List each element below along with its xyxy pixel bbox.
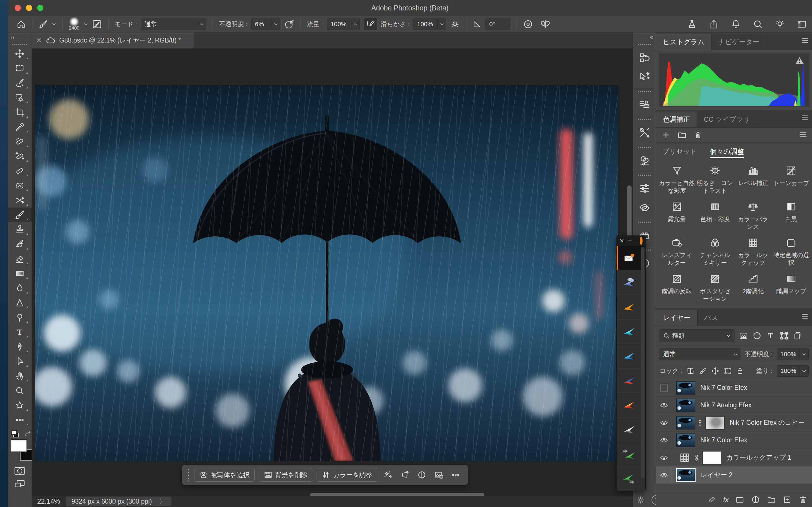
- tool-spot-healing-brush[interactable]: [8, 134, 32, 149]
- panel-menu-icon[interactable]: [802, 314, 808, 319]
- tab-histogram[interactable]: ヒストグラム: [656, 34, 711, 50]
- layer-row[interactable]: Nik 7 Color Efex のコピー: [656, 414, 812, 432]
- new-layer-icon[interactable]: [783, 495, 792, 504]
- delete-layer-icon[interactable]: [799, 495, 808, 504]
- brush-angle-input[interactable]: 0°: [486, 18, 510, 30]
- new-group-icon[interactable]: [767, 495, 776, 504]
- list-view-icon[interactable]: [800, 132, 806, 137]
- tool-content-aware-move[interactable]: [8, 193, 32, 208]
- opacity-input[interactable]: 6%: [251, 18, 280, 30]
- workspace-icon[interactable]: [797, 19, 807, 29]
- adj-color-vibrance[interactable]: カラーと自然な彩度: [658, 161, 696, 197]
- layer-name[interactable]: Nik 7 Color Efex: [700, 384, 747, 392]
- tab-cc-libraries[interactable]: CC ライブラリ: [697, 112, 757, 127]
- gear-icon[interactable]: [450, 19, 460, 29]
- layer-blend-mode-select[interactable]: 通常: [659, 348, 741, 360]
- layer-row[interactable]: カラールックアップ 1: [656, 449, 812, 466]
- lock-transparency-icon[interactable]: [687, 367, 695, 375]
- tab-navigator[interactable]: ナビゲーター: [711, 34, 766, 50]
- flow-dropdown-button[interactable]: [351, 19, 360, 30]
- tool-hand[interactable]: [8, 369, 32, 383]
- layer-style-icon[interactable]: fx: [723, 496, 728, 504]
- tool-edit-toolbar[interactable]: [8, 413, 32, 427]
- close-icon[interactable]: ✕: [619, 238, 624, 244]
- home-icon[interactable]: [16, 19, 26, 29]
- panel-group-grip[interactable]: [638, 43, 652, 46]
- minimize-icon[interactable]: −: [628, 238, 632, 244]
- clone-source-panel-button[interactable]: [637, 98, 653, 112]
- adj-color-lookup[interactable]: カラールックアップ: [734, 233, 772, 269]
- beaker-icon[interactable]: [687, 19, 697, 29]
- layer-thumbnail[interactable]: [676, 468, 696, 482]
- tab-adjustments[interactable]: 色調補正: [656, 112, 697, 127]
- adj-hue-saturation[interactable]: 色相・彩度: [696, 197, 734, 233]
- brush-preset-picker[interactable]: 2400: [69, 17, 80, 31]
- adj-selective-color[interactable]: 特定色域の選択: [772, 233, 810, 269]
- tool-selection-brush[interactable]: [8, 76, 32, 91]
- collapse-toolbar-button[interactable]: »: [8, 33, 32, 41]
- tools-panel-button[interactable]: [637, 125, 653, 140]
- visibility-toggle[interactable]: [656, 397, 672, 414]
- tool-remove[interactable]: [8, 149, 32, 164]
- tool-eyedropper[interactable]: [8, 120, 32, 134]
- lock-pixels-icon[interactable]: [699, 367, 707, 375]
- nik-palette-header[interactable]: ✕ −: [617, 236, 645, 246]
- select-subject-button[interactable]: 被写体を選択: [195, 468, 255, 482]
- adj-invert[interactable]: 階調の反転: [658, 269, 696, 305]
- panel-group-grip[interactable]: [638, 174, 652, 177]
- layer-opacity-dropdown[interactable]: [800, 349, 808, 360]
- document-tab[interactable]: ✕ G88.psdc @ 22.1% (レイヤー 2, RGB/8) *: [32, 33, 194, 48]
- layer-opacity-input[interactable]: 100%: [777, 348, 809, 360]
- tool-dodge[interactable]: [8, 310, 32, 325]
- adj-gradient-map[interactable]: 階調マップ: [772, 269, 810, 305]
- channels-panel-button[interactable]: [637, 200, 653, 215]
- folder-icon[interactable]: [677, 130, 687, 139]
- tool-pen[interactable]: [8, 339, 32, 354]
- quick-mask-button[interactable]: [8, 464, 32, 477]
- panel-menu-icon[interactable]: [802, 38, 808, 43]
- lock-all-icon[interactable]: [736, 367, 744, 375]
- panel-group-grip[interactable]: [638, 118, 652, 121]
- adjustment-button[interactable]: [416, 469, 428, 481]
- add-image-button[interactable]: [433, 469, 445, 481]
- panel-group-grip[interactable]: [638, 221, 652, 224]
- layer-name[interactable]: Nik 7 Analog Efex: [700, 401, 752, 409]
- default-colors-button[interactable]: [11, 430, 19, 438]
- properties-panel-button[interactable]: [637, 181, 653, 196]
- photo-image[interactable]: [35, 86, 618, 461]
- new-adjustment-icon[interactable]: [751, 495, 760, 504]
- tool-patch[interactable]: [8, 178, 32, 193]
- tool-blur[interactable]: [8, 281, 32, 295]
- fill-dropdown[interactable]: [800, 365, 808, 376]
- tool-eraser[interactable]: [8, 251, 32, 266]
- subtab-presets[interactable]: プリセット: [662, 147, 697, 158]
- layer-mask-thumbnail[interactable]: [702, 451, 721, 464]
- tab-layers[interactable]: レイヤー: [656, 310, 698, 326]
- layer-name[interactable]: カラールックアップ 1: [726, 453, 792, 462]
- adj-curves[interactable]: トーンカーブ: [772, 161, 810, 197]
- adj-black-white[interactable]: 白黒: [772, 197, 810, 233]
- chevron-down-icon[interactable]: [52, 23, 56, 25]
- layer-mask-thumbnail[interactable]: [705, 416, 725, 430]
- panel-menu-icon[interactable]: [802, 115, 808, 121]
- trash-icon[interactable]: [694, 131, 702, 139]
- add-mask-icon[interactable]: [735, 495, 744, 504]
- tool-healing-brush[interactable]: [8, 164, 32, 178]
- adj-levels[interactable]: レベル補正: [734, 161, 772, 197]
- search-icon[interactable]: [753, 19, 763, 29]
- visibility-toggle[interactable]: [656, 449, 672, 466]
- close-tab-icon[interactable]: ✕: [36, 37, 42, 45]
- mask-link-icon[interactable]: [696, 419, 704, 427]
- tool-type[interactable]: [8, 325, 32, 339]
- fill-input[interactable]: 100%: [777, 365, 809, 377]
- visibility-toggle[interactable]: [656, 414, 672, 431]
- gear-icon[interactable]: [636, 495, 645, 505]
- history-panel-button[interactable]: [637, 50, 653, 65]
- tool-clone-stamp[interactable]: [8, 222, 32, 237]
- opacity-dropdown-button[interactable]: [271, 19, 280, 30]
- smart-object-filter-icon[interactable]: [793, 331, 802, 340]
- visibility-toggle[interactable]: [656, 379, 672, 396]
- pressure-opacity-icon[interactable]: [284, 19, 294, 29]
- brush-tool-icon[interactable]: [39, 20, 48, 29]
- expand-panels-button[interactable]: «: [633, 33, 656, 41]
